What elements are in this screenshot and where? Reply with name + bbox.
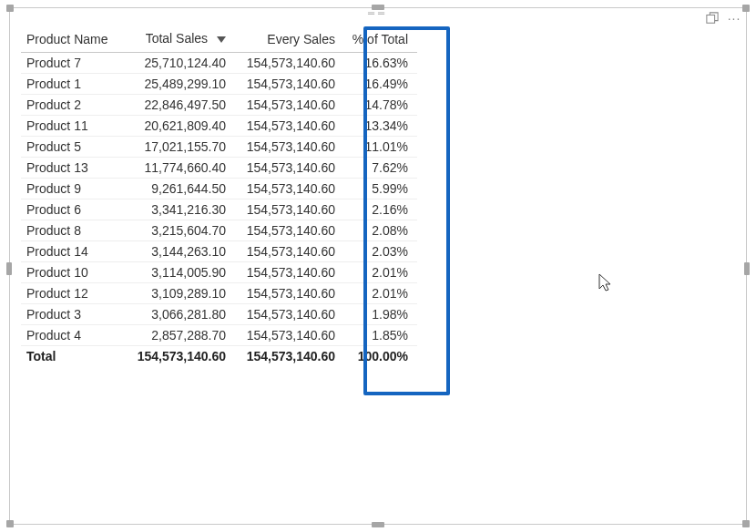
cell-total-sales: 3,144,263.10 — [126, 241, 235, 262]
cell-product: Product 10 — [21, 262, 126, 283]
table-row[interactable]: Product 143,144,263.10154,573,140.602.03… — [21, 241, 417, 262]
cell-every-sales: 154,573,140.60 — [235, 220, 344, 241]
cell-every-sales: 154,573,140.60 — [235, 262, 344, 283]
cell-pct: 16.63% — [344, 53, 417, 74]
cell-product: Product 3 — [21, 304, 126, 325]
table-row[interactable]: Product 725,710,124.40154,573,140.6016.6… — [21, 53, 417, 74]
cell-pct: 1.98% — [344, 304, 417, 325]
col-header-label: Product Name — [26, 32, 107, 46]
cell-pct: 100.00% — [344, 346, 417, 367]
table-row[interactable]: Product 99,261,644.50154,573,140.605.99% — [21, 179, 417, 200]
cell-product: Product 5 — [21, 137, 126, 158]
cell-pct: 16.49% — [344, 74, 417, 95]
cell-total-sales: 20,621,809.40 — [126, 116, 235, 137]
resize-handle-mr[interactable] — [744, 262, 750, 275]
resize-handle-tl[interactable] — [6, 5, 14, 12]
cell-product: Product 2 — [21, 95, 126, 116]
cell-every-sales: 154,573,140.60 — [235, 137, 344, 158]
resize-handle-tr[interactable] — [742, 5, 750, 12]
cell-total-label: Total — [21, 346, 126, 367]
cell-product: Product 9 — [21, 179, 126, 200]
cell-product: Product 14 — [21, 241, 126, 262]
drag-grip-icon[interactable]: ══ — [368, 12, 388, 15]
more-options-icon[interactable]: ··· — [726, 10, 742, 26]
cell-total-sales: 3,114,005.90 — [126, 262, 235, 283]
cell-product: Product 8 — [21, 220, 126, 241]
cell-pct: 5.99% — [344, 179, 417, 200]
focus-mode-icon[interactable] — [704, 10, 720, 26]
cell-pct: 7.62% — [344, 158, 417, 179]
cell-every-sales: 154,573,140.60 — [235, 74, 344, 95]
cell-total-sales: 2,857,288.70 — [126, 325, 235, 346]
cell-product: Product 12 — [21, 283, 126, 304]
cell-pct: 2.03% — [344, 241, 417, 262]
cell-every-sales: 154,573,140.60 — [235, 325, 344, 346]
table-visual-frame[interactable]: ══ ··· Product Name Total Sales — [9, 7, 747, 525]
cell-product: Product 1 — [21, 74, 126, 95]
table-row[interactable]: Product 33,066,281.80154,573,140.601.98% — [21, 304, 417, 325]
table-row[interactable]: Product 517,021,155.70154,573,140.6011.0… — [21, 137, 417, 158]
table-header-row: Product Name Total Sales Every Sales % o… — [21, 28, 417, 53]
cell-total-sales: 3,341,216.30 — [126, 200, 235, 220]
cell-pct: 14.78% — [344, 95, 417, 116]
cell-total-sales: 22,846,497.50 — [126, 95, 235, 116]
cell-pct: 2.01% — [344, 262, 417, 283]
cell-pct: 2.01% — [344, 283, 417, 304]
svg-rect-0 — [707, 15, 715, 24]
cell-every-sales: 154,573,140.60 — [235, 200, 344, 220]
cell-pct: 11.01% — [344, 137, 417, 158]
cell-every-sales: 154,573,140.60 — [235, 283, 344, 304]
col-header-total-sales[interactable]: Total Sales — [126, 28, 235, 53]
resize-handle-br[interactable] — [742, 520, 750, 527]
cell-total-sales: 25,710,124.40 — [126, 53, 235, 74]
cell-product: Product 11 — [21, 116, 126, 137]
resize-handle-ml[interactable] — [6, 262, 12, 275]
cell-every-sales: 154,573,140.60 — [235, 346, 344, 367]
cell-total-sales: 25,489,299.10 — [126, 74, 235, 95]
cell-product: Product 4 — [21, 325, 126, 346]
cell-total-sales: 3,109,289.10 — [126, 283, 235, 304]
mouse-cursor-icon — [598, 272, 614, 292]
cell-every-sales: 154,573,140.60 — [235, 179, 344, 200]
cell-product: Product 13 — [21, 158, 126, 179]
table-row[interactable]: Product 63,341,216.30154,573,140.602.16% — [21, 200, 417, 220]
cell-every-sales: 154,573,140.60 — [235, 304, 344, 325]
cell-total-sales: 11,774,660.40 — [126, 158, 235, 179]
table-row[interactable]: Product 1311,774,660.40154,573,140.607.6… — [21, 158, 417, 179]
table-row[interactable]: Product 125,489,299.10154,573,140.6016.4… — [21, 74, 417, 95]
table-row[interactable]: Product 123,109,289.10154,573,140.602.01… — [21, 283, 417, 304]
sort-desc-icon — [217, 32, 226, 46]
col-header-product[interactable]: Product Name — [21, 28, 126, 53]
table-row[interactable]: Product 222,846,497.50154,573,140.6014.7… — [21, 95, 417, 116]
resize-handle-bl[interactable] — [6, 520, 14, 527]
col-header-label: Total Sales — [146, 31, 208, 46]
cell-pct: 13.34% — [344, 116, 417, 137]
cell-every-sales: 154,573,140.60 — [235, 158, 344, 179]
cell-pct: 2.08% — [344, 220, 417, 241]
data-table[interactable]: Product Name Total Sales Every Sales % o… — [21, 28, 417, 366]
cell-total-sales: 154,573,140.60 — [126, 346, 235, 367]
cell-total-sales: 3,215,604.70 — [126, 220, 235, 241]
visual-header-icons: ··· — [704, 10, 742, 26]
col-header-every-sales[interactable]: Every Sales — [235, 28, 344, 53]
col-header-pct[interactable]: % of Total — [344, 28, 417, 53]
cell-product: Product 6 — [21, 200, 126, 220]
cell-every-sales: 154,573,140.60 — [235, 241, 344, 262]
cell-total-sales: 3,066,281.80 — [126, 304, 235, 325]
cell-pct: 2.16% — [344, 200, 417, 220]
table-row[interactable]: Product 103,114,005.90154,573,140.602.01… — [21, 262, 417, 283]
col-header-label: Every Sales — [267, 32, 335, 46]
resize-handle-mb[interactable] — [372, 522, 384, 527]
col-header-label: % of Total — [352, 32, 408, 46]
cell-product: Product 7 — [21, 53, 126, 74]
cell-total-sales: 9,261,644.50 — [126, 179, 235, 200]
cell-total-sales: 17,021,155.70 — [126, 137, 235, 158]
table-total-row[interactable]: Total154,573,140.60154,573,140.60100.00% — [21, 346, 417, 367]
resize-handle-mt[interactable] — [372, 5, 384, 10]
table-row[interactable]: Product 83,215,604.70154,573,140.602.08% — [21, 220, 417, 241]
cell-pct: 1.85% — [344, 325, 417, 346]
table-row[interactable]: Product 42,857,288.70154,573,140.601.85% — [21, 325, 417, 346]
cell-every-sales: 154,573,140.60 — [235, 95, 344, 116]
table-row[interactable]: Product 1120,621,809.40154,573,140.6013.… — [21, 116, 417, 137]
cell-every-sales: 154,573,140.60 — [235, 116, 344, 137]
